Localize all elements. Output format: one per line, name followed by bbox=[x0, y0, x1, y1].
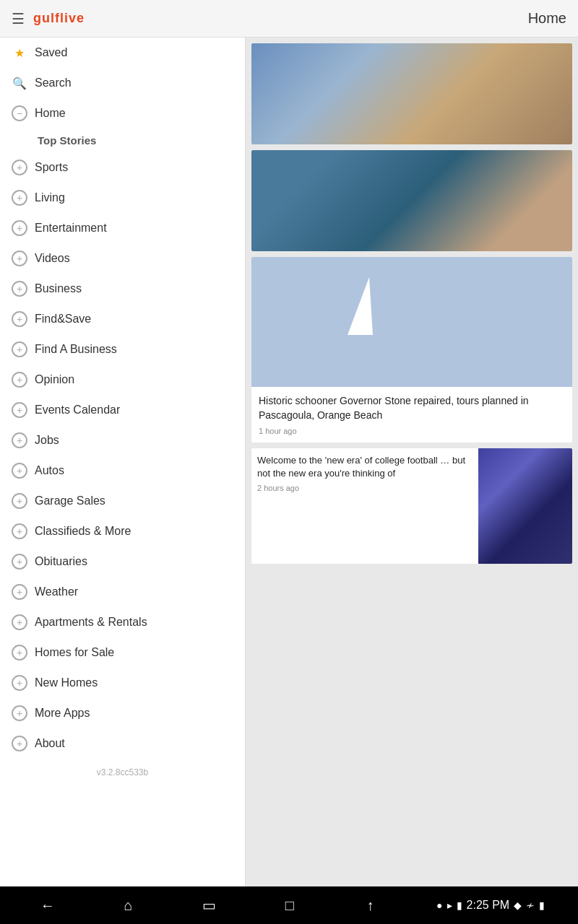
home-button[interactable]: ⌂ bbox=[113, 891, 142, 920]
collapse-home-icon[interactable]: − bbox=[12, 105, 27, 121]
article-card-4[interactable]: Welcome to the 'new era' of college foot… bbox=[251, 448, 572, 564]
expand-business-icon[interactable]: + bbox=[12, 281, 27, 297]
sidebar-item-business[interactable]: + Business bbox=[0, 274, 245, 304]
sidebar-events-label: Events Calendar bbox=[35, 404, 120, 417]
sidebar: ★ Saved 🔍 Search − Home Top Stories + Sp… bbox=[0, 38, 246, 886]
sidebar-version: v3.2.8cc533b bbox=[0, 759, 245, 783]
expand-videos-icon[interactable]: + bbox=[12, 250, 27, 266]
expand-opinion-icon[interactable]: + bbox=[12, 372, 27, 388]
up-button[interactable]: ↑ bbox=[355, 891, 384, 920]
main-layout: ★ Saved 🔍 Search − Home Top Stories + Sp… bbox=[0, 38, 578, 886]
top-bar-left: ☰ gulflive bbox=[12, 10, 85, 27]
sidebar-business-label: Business bbox=[35, 282, 82, 295]
expand-autos-icon[interactable]: + bbox=[12, 463, 27, 479]
search-icon: 🔍 bbox=[12, 75, 27, 91]
sidebar-item-living[interactable]: + Living bbox=[0, 183, 245, 213]
back-button[interactable]: ← bbox=[33, 891, 62, 920]
sidebar-jobs-label: Jobs bbox=[35, 434, 59, 447]
sidebar-item-obituaries[interactable]: + Obituaries bbox=[0, 546, 245, 577]
sidebar-item-saved[interactable]: ★ Saved bbox=[0, 38, 245, 68]
expand-jobs-icon[interactable]: + bbox=[12, 432, 27, 448]
signal-icon: ● bbox=[436, 899, 442, 911]
bluetooth-icon: ◆ bbox=[514, 899, 522, 911]
article-image-3 bbox=[251, 257, 572, 387]
expand-more-apps-icon[interactable]: + bbox=[12, 705, 27, 721]
wifi-signal-icon: ≁ bbox=[526, 899, 535, 911]
sidebar-item-homes-sale[interactable]: + Homes for Sale bbox=[0, 637, 245, 668]
article-card-3[interactable]: Historic schooner Governor Stone repaire… bbox=[251, 257, 572, 443]
expand-living-icon[interactable]: + bbox=[12, 190, 27, 206]
expand-about-icon[interactable]: + bbox=[12, 736, 27, 751]
battery-level-icon: ▮ bbox=[539, 899, 545, 911]
sidebar-entertainment-label: Entertainment bbox=[35, 222, 107, 235]
expand-sports-icon[interactable]: + bbox=[12, 160, 27, 175]
sidebar-item-videos[interactable]: + Videos bbox=[0, 243, 245, 274]
top-stories-label: Top Stories bbox=[38, 134, 96, 147]
article-content-full-3: Historic schooner Governor Stone repaire… bbox=[251, 387, 572, 443]
article-card-2[interactable]: Alabama red snapper reporting program sh… bbox=[251, 150, 572, 251]
sidebar-item-events[interactable]: + Events Calendar bbox=[0, 395, 245, 425]
expand-classifieds-icon[interactable]: + bbox=[12, 523, 27, 539]
sidebar-obituaries-label: Obituaries bbox=[35, 555, 87, 568]
sidebar-homes-sale-label: Homes for Sale bbox=[35, 646, 114, 659]
article-content-4: Welcome to the 'new era' of college foot… bbox=[251, 448, 478, 497]
sidebar-item-garage[interactable]: + Garage Sales bbox=[0, 486, 245, 516]
status-bar: ● ▸ ▮ 2:25 PM ◆ ≁ ▮ bbox=[436, 899, 545, 912]
sidebar-saved-label: Saved bbox=[35, 46, 67, 59]
wifi-icon: ▸ bbox=[447, 899, 452, 911]
sidebar-item-home[interactable]: − Home bbox=[0, 98, 245, 128]
sidebar-find-business-label: Find A Business bbox=[35, 343, 117, 356]
sidebar-item-opinion[interactable]: + Opinion bbox=[0, 365, 245, 395]
logo: gulflive bbox=[33, 11, 85, 26]
battery-icon: ▮ bbox=[457, 899, 462, 911]
sidebar-home-label: Home bbox=[35, 107, 66, 120]
sidebar-item-weather[interactable]: + Weather bbox=[0, 577, 245, 607]
sidebar-item-new-homes[interactable]: + New Homes bbox=[0, 668, 245, 698]
expand-obituaries-icon[interactable]: + bbox=[12, 554, 27, 570]
sidebar-item-top-stories[interactable]: Top Stories bbox=[0, 128, 245, 152]
expand-new-homes-icon[interactable]: + bbox=[12, 675, 27, 691]
expand-garage-icon[interactable]: + bbox=[12, 493, 27, 509]
status-time: 2:25 PM bbox=[467, 899, 510, 912]
sidebar-item-search[interactable]: 🔍 Search bbox=[0, 68, 245, 98]
sidebar-item-more-apps[interactable]: + More Apps bbox=[0, 698, 245, 728]
bottom-bar: ← ⌂ ▭ □ ↑ ● ▸ ▮ 2:25 PM ◆ ≁ ▮ bbox=[0, 886, 578, 924]
expand-find-business-icon[interactable]: + bbox=[12, 341, 27, 357]
sidebar-item-jobs[interactable]: + Jobs bbox=[0, 425, 245, 456]
expand-find-save-icon[interactable]: + bbox=[12, 311, 27, 327]
sidebar-item-classifieds[interactable]: + Classifieds & More bbox=[0, 516, 245, 546]
sidebar-more-apps-label: More Apps bbox=[35, 707, 90, 720]
article-title-3: Historic schooner Governor Stone repaire… bbox=[259, 395, 529, 421]
article-main-4: Welcome to the 'new era' of college foot… bbox=[251, 448, 478, 564]
sidebar-weather-label: Weather bbox=[35, 585, 78, 598]
sidebar-videos-label: Videos bbox=[35, 252, 70, 265]
expand-events-icon[interactable]: + bbox=[12, 402, 27, 418]
article-card-1[interactable]: 'It's a people connection thing' at inau… bbox=[251, 43, 572, 144]
sidebar-search-label: Search bbox=[35, 77, 72, 90]
sidebar-new-homes-label: New Homes bbox=[35, 676, 98, 689]
star-icon: ★ bbox=[12, 45, 27, 61]
sidebar-item-find-business[interactable]: + Find A Business bbox=[0, 334, 245, 365]
sidebar-item-entertainment[interactable]: + Entertainment bbox=[0, 213, 245, 243]
sidebar-autos-label: Autos bbox=[35, 464, 64, 477]
sidebar-item-sports[interactable]: + Sports bbox=[0, 152, 245, 183]
sidebar-item-find-save[interactable]: + Find&Save bbox=[0, 304, 245, 334]
sidebar-about-label: About bbox=[35, 737, 65, 750]
sidebar-find-save-label: Find&Save bbox=[35, 313, 91, 326]
top-bar: ☰ gulflive Home bbox=[0, 0, 578, 38]
hamburger-icon[interactable]: ☰ bbox=[12, 10, 25, 27]
article-image-1 bbox=[251, 43, 572, 144]
recents-button[interactable]: ▭ bbox=[194, 891, 223, 920]
sidebar-item-about[interactable]: + About bbox=[0, 728, 245, 759]
sidebar-item-apartments[interactable]: + Apartments & Rentals bbox=[0, 607, 245, 637]
sidebar-garage-label: Garage Sales bbox=[35, 494, 105, 507]
expand-apartments-icon[interactable]: + bbox=[12, 614, 27, 630]
expand-entertainment-icon[interactable]: + bbox=[12, 220, 27, 236]
sidebar-item-autos[interactable]: + Autos bbox=[0, 456, 245, 486]
article-image-2 bbox=[251, 150, 572, 251]
sidebar-living-label: Living bbox=[35, 191, 65, 204]
expand-weather-icon[interactable]: + bbox=[12, 584, 27, 600]
screenshot-button[interactable]: □ bbox=[275, 891, 304, 920]
expand-homes-sale-icon[interactable]: + bbox=[12, 645, 27, 661]
article-time-4: 2 hours ago bbox=[257, 484, 473, 492]
